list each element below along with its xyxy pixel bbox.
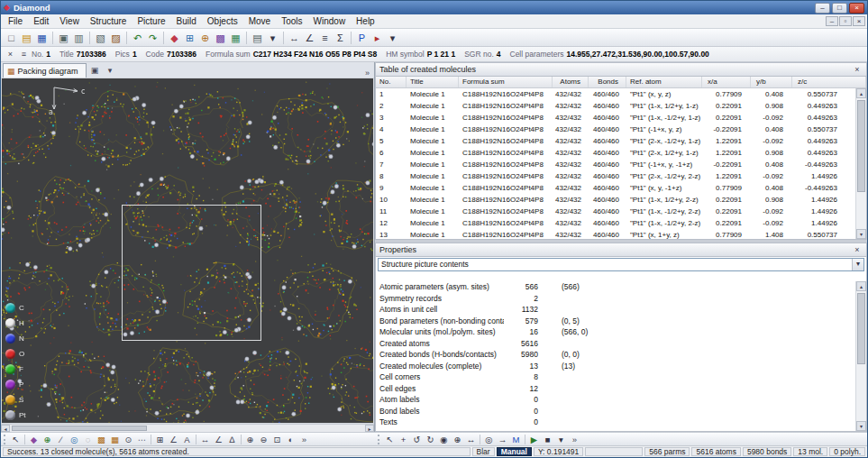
distance-icon[interactable]: ↔ (198, 434, 212, 445)
scroll-track[interactable] (856, 98, 866, 229)
reflections-icon[interactable]: ▸ (370, 31, 385, 45)
scroll-down-icon[interactable]: ▾ (856, 421, 866, 431)
table-row[interactable]: 4Molecule 1C188H192N16O24Pt4P8432/432460… (376, 124, 855, 135)
copy-icon[interactable]: ▧ (93, 31, 108, 45)
table-row[interactable]: 5Molecule 1C188H192N16O24Pt4P8432/432460… (376, 135, 855, 147)
render-icon[interactable]: ◐ (284, 434, 297, 445)
scroll-down-icon[interactable]: ▾ (856, 229, 866, 239)
view-mode-dropdown-icon[interactable]: ▾ (265, 31, 280, 45)
menu-item-build[interactable]: Build (171, 14, 202, 28)
overflow-chevron-icon[interactable]: » (297, 434, 311, 445)
fill-range-icon[interactable]: ▦ (108, 434, 122, 445)
property-row[interactable]: Created atoms5616 (376, 338, 855, 350)
axes-icon[interactable]: ∠ (167, 434, 180, 445)
scroll-thumb[interactable] (857, 293, 865, 364)
table-row[interactable]: 9Molecule 1C188H192N16O24Pt4P8432/432460… (376, 182, 855, 194)
table-row[interactable]: 11Molecule 1C188H192N16O24Pt4P8432/43246… (376, 206, 855, 217)
menu-item-file[interactable]: File (3, 14, 28, 28)
table-row[interactable]: 3Molecule 1C188H192N16O24Pt4P8432/432460… (376, 112, 855, 124)
menu-item-help[interactable]: Help (351, 14, 380, 28)
undo-icon[interactable]: ↶ (130, 31, 145, 45)
menu-item-tools[interactable]: Tools (276, 14, 307, 28)
play-icon[interactable]: ▶ (527, 434, 541, 445)
picture-icon[interactable]: ▦ (228, 31, 243, 45)
menu-item-objects[interactable]: Objects (202, 14, 243, 28)
properties-selector[interactable]: Structure picture contents ▾ (378, 258, 864, 271)
property-row[interactable]: Atom labels0 (376, 394, 855, 406)
distance-mode-icon[interactable]: ↔ (464, 434, 478, 445)
options-dropdown-icon[interactable]: ▾ (385, 31, 400, 45)
maximize-button[interactable]: □ (832, 3, 847, 14)
rotate-x-icon[interactable]: ↺ (410, 434, 424, 445)
property-row[interactable]: Atomic parameters (asym. sites)566(566) (376, 281, 855, 293)
add-bond-icon[interactable]: ∕ (54, 434, 68, 445)
table-row[interactable]: 1Molecule 1C188H192N16O24Pt4P8432/432460… (376, 88, 855, 100)
menu-item-move[interactable]: Move (243, 14, 276, 28)
bar-menu-icon[interactable]: ≡ (18, 50, 30, 59)
property-row[interactable]: Atoms in unit cell1132 (376, 304, 855, 316)
structure-wizard-icon[interactable]: ◆ (167, 31, 182, 45)
canvas-horizontal-scrollbar[interactable]: ◂ ▸ (1, 424, 374, 432)
chevron-down-icon[interactable]: ▾ (852, 259, 863, 270)
rotate-free-icon[interactable]: ◉ (437, 434, 451, 445)
measure-mode-icon[interactable]: M (509, 434, 523, 445)
menu-item-edit[interactable]: Edit (28, 14, 54, 28)
table-row[interactable]: 6Molecule 1C188H192N16O24Pt4P8432/432460… (376, 147, 855, 159)
packing-diagram-canvas[interactable] (2, 78, 373, 423)
property-row[interactable]: Texts0 (376, 417, 855, 428)
build-molecules-icon[interactable]: ⊕ (197, 31, 213, 45)
redo-icon[interactable]: ↷ (145, 31, 160, 45)
open-folder-icon[interactable]: ▤ (19, 31, 34, 45)
property-row[interactable]: Cell edges12 (376, 383, 855, 395)
scroll-track[interactable] (856, 291, 866, 421)
mdi-close-button[interactable]: × (853, 16, 865, 26)
table-row[interactable]: 13Molecule 1C188H192N16O24Pt4P8432/43246… (376, 229, 855, 239)
tools-dropdown-icon[interactable]: ▾ (554, 434, 568, 445)
properties-panel-close-icon[interactable]: × (852, 245, 863, 254)
menu-item-window[interactable]: Window (308, 14, 352, 28)
paste-icon[interactable]: ▨ (108, 31, 123, 45)
select-pointer-icon[interactable]: ↖ (9, 434, 23, 445)
mdi-minimize-button[interactable]: – (826, 16, 838, 26)
atom-table-icon[interactable]: ⊞ (182, 31, 197, 45)
property-row[interactable]: Bond parameters (non-bonding contacts, .… (376, 316, 855, 327)
minimize-button[interactable]: – (815, 3, 830, 14)
fill-cell-icon[interactable]: ▩ (95, 434, 108, 445)
property-row[interactable]: Created molecules (complete)13(13) (376, 361, 855, 372)
rotate-y-icon[interactable]: ↻ (424, 434, 437, 445)
powder-pattern-icon[interactable]: P (354, 31, 370, 45)
table-panel-close-icon[interactable]: × (852, 65, 863, 74)
cell-edges-icon[interactable]: ⊞ (153, 434, 167, 445)
save-icon[interactable]: ▦ (34, 31, 50, 45)
spin-icon[interactable]: ◎ (482, 434, 496, 445)
walk-icon[interactable]: → (496, 434, 509, 445)
packing-icon[interactable]: ▩ (213, 31, 228, 45)
scroll-up-icon[interactable]: ▴ (856, 88, 866, 98)
print-icon[interactable]: ▣ (56, 31, 71, 45)
broken-bonds-icon[interactable]: ◌ (81, 434, 95, 445)
pan-mode-icon[interactable]: + (397, 434, 410, 445)
table-row[interactable]: 12Molecule 1C188H192N16O24Pt4P8432/43246… (376, 217, 855, 229)
labels-icon[interactable]: A (180, 434, 194, 445)
toolbar-grip[interactable] (378, 435, 380, 444)
table-row[interactable]: 7Molecule 1C188H192N16O24Pt4P8432/432460… (376, 159, 855, 170)
zoom-in-icon[interactable]: ⊕ (243, 434, 257, 445)
scroll-thumb[interactable] (857, 100, 865, 192)
menu-item-structure[interactable]: Structure (85, 14, 132, 28)
add-atom-icon[interactable]: ⊕ (41, 434, 54, 445)
scroll-thumb[interactable] (12, 426, 147, 431)
close-bar-icon[interactable]: × (5, 50, 16, 59)
property-row[interactable]: Cell corners8 (376, 371, 855, 383)
zoom-out-icon[interactable]: ⊖ (257, 434, 270, 445)
scroll-right-icon[interactable]: ▸ (365, 425, 374, 432)
polyhedra-icon[interactable]: ◆ (27, 434, 41, 445)
properties-table-icon[interactable]: ≡ (317, 31, 333, 45)
zoom-mode-icon[interactable]: ⊕ (451, 434, 464, 445)
property-row[interactable]: Molecular units (mol./polym. sites)16(56… (376, 326, 855, 338)
close-button[interactable]: × (849, 3, 864, 14)
toolbar-grip[interactable] (4, 435, 6, 444)
property-row[interactable]: Bond labels0 (376, 406, 855, 417)
mdi-restore-button[interactable]: ▫ (839, 16, 852, 26)
sum-icon[interactable]: Σ (333, 31, 348, 45)
tabbar-overflow-chevron[interactable]: » (362, 69, 372, 78)
